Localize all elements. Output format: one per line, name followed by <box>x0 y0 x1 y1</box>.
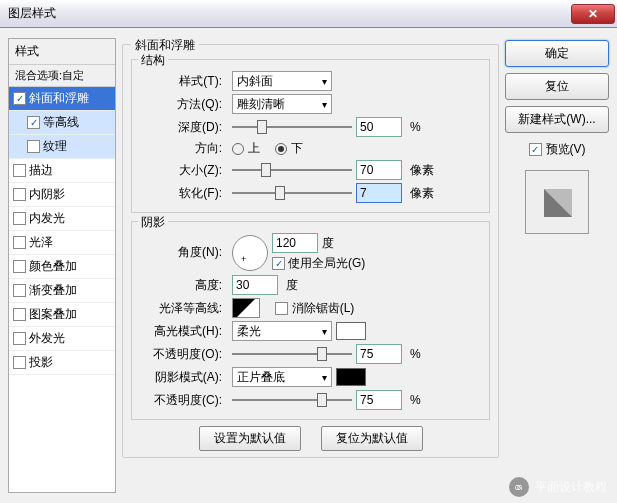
style-item-6[interactable]: 光泽 <box>9 231 115 255</box>
style-checkbox[interactable] <box>13 308 26 321</box>
style-checkbox[interactable] <box>13 260 26 273</box>
gloss-contour[interactable] <box>232 298 260 318</box>
style-item-3[interactable]: 描边 <box>9 159 115 183</box>
shading-group: 阴影 角度(N): 120度 使用全局光(G) 高度:30度 光泽等高线: 消除… <box>131 221 490 420</box>
altitude-input[interactable]: 30 <box>232 275 278 295</box>
style-item-4[interactable]: 内阴影 <box>9 183 115 207</box>
style-checkbox[interactable] <box>13 356 26 369</box>
style-checkbox[interactable] <box>27 140 40 153</box>
styles-header: 样式 <box>9 39 115 65</box>
style-checkbox[interactable] <box>13 188 26 201</box>
style-checkbox[interactable] <box>13 212 26 225</box>
dir-up-radio[interactable] <box>232 143 244 155</box>
ok-button[interactable]: 确定 <box>505 40 609 67</box>
depth-slider[interactable] <box>232 118 352 136</box>
style-checkbox[interactable] <box>13 92 26 105</box>
make-default-button[interactable]: 设置为默认值 <box>199 426 301 451</box>
highlight-mode-select[interactable]: 柔光 <box>232 321 332 341</box>
style-checkbox[interactable] <box>13 236 26 249</box>
blend-options[interactable]: 混合选项:自定 <box>9 65 115 87</box>
close-button[interactable]: ✕ <box>571 4 615 24</box>
style-item-1[interactable]: 等高线 <box>9 111 115 135</box>
style-item-11[interactable]: 投影 <box>9 351 115 375</box>
size-slider[interactable] <box>232 161 352 179</box>
wechat-icon: ෧ <box>509 477 529 497</box>
technique-select[interactable]: 雕刻清晰 <box>232 94 332 114</box>
reset-default-button[interactable]: 复位为默认值 <box>321 426 423 451</box>
style-checkbox[interactable] <box>13 284 26 297</box>
soften-slider[interactable] <box>232 184 352 202</box>
style-item-7[interactable]: 颜色叠加 <box>9 255 115 279</box>
global-light-checkbox[interactable] <box>272 257 285 270</box>
styles-list: 样式 混合选项:自定 斜面和浮雕等高线纹理描边内阴影内发光光泽颜色叠加渐变叠加图… <box>8 38 116 493</box>
angle-input[interactable]: 120 <box>272 233 318 253</box>
style-checkbox[interactable] <box>27 116 40 129</box>
shadow-color[interactable] <box>336 368 366 386</box>
style-item-2[interactable]: 纹理 <box>9 135 115 159</box>
highlight-opacity-slider[interactable] <box>232 345 352 363</box>
style-checkbox[interactable] <box>13 164 26 177</box>
cancel-button[interactable]: 复位 <box>505 73 609 100</box>
angle-dial[interactable] <box>232 235 268 271</box>
preview-swatch <box>525 170 589 234</box>
style-item-0[interactable]: 斜面和浮雕 <box>9 87 115 111</box>
dir-down-radio[interactable] <box>275 143 287 155</box>
shadow-mode-select[interactable]: 正片叠底 <box>232 367 332 387</box>
style-item-9[interactable]: 图案叠加 <box>9 303 115 327</box>
shadow-opacity-slider[interactable] <box>232 391 352 409</box>
highlight-color[interactable] <box>336 322 366 340</box>
size-input[interactable]: 70 <box>356 160 402 180</box>
depth-input[interactable]: 50 <box>356 117 402 137</box>
shadow-opacity-input[interactable]: 75 <box>356 390 402 410</box>
soften-input[interactable]: 7 <box>356 183 402 203</box>
watermark: ෧ 平面设计教程 <box>509 477 607 497</box>
antialias-checkbox[interactable] <box>275 302 288 315</box>
bevel-group: 斜面和浮雕 结构 样式(T):内斜面 方法(Q):雕刻清晰 深度(D):50% … <box>122 44 499 458</box>
structure-group: 结构 样式(T):内斜面 方法(Q):雕刻清晰 深度(D):50% 方向:上 下… <box>131 59 490 213</box>
style-item-10[interactable]: 外发光 <box>9 327 115 351</box>
style-checkbox[interactable] <box>13 332 26 345</box>
style-item-5[interactable]: 内发光 <box>9 207 115 231</box>
new-style-button[interactable]: 新建样式(W)... <box>505 106 609 133</box>
style-select[interactable]: 内斜面 <box>232 71 332 91</box>
preview-checkbox[interactable] <box>529 143 542 156</box>
highlight-opacity-input[interactable]: 75 <box>356 344 402 364</box>
style-item-8[interactable]: 渐变叠加 <box>9 279 115 303</box>
dialog-title: 图层样式 <box>8 5 56 22</box>
